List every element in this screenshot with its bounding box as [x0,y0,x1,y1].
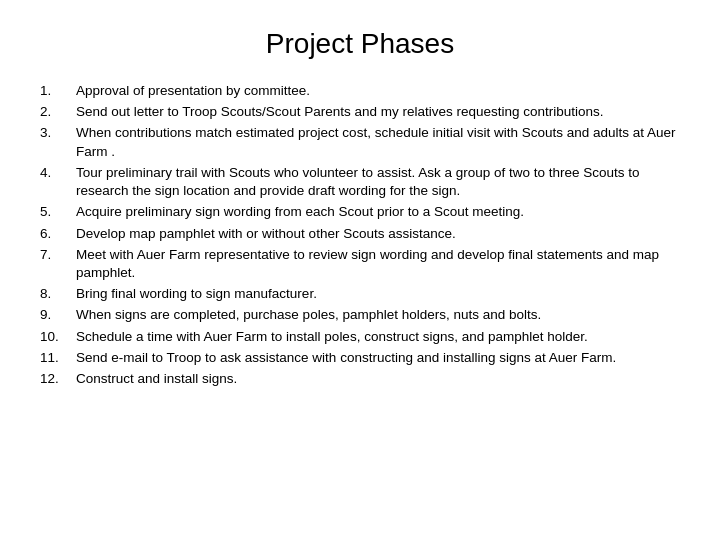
list-item: 5.Acquire preliminary sign wording from … [40,203,680,221]
list-item: 4.Tour preliminary trail with Scouts who… [40,164,680,200]
list-text: Bring final wording to sign manufacturer… [76,285,680,303]
list-number: 3. [40,124,76,160]
list-text: When contributions match estimated proje… [76,124,680,160]
list-item: 2.Send out letter to Troop Scouts/Scout … [40,103,680,121]
list-number: 4. [40,164,76,200]
list-number: 7. [40,246,76,282]
list-item: 6.Develop map pamphlet with or without o… [40,225,680,243]
list-number: 8. [40,285,76,303]
list-text: Acquire preliminary sign wording from ea… [76,203,680,221]
list-text: Develop map pamphlet with or without oth… [76,225,680,243]
list-text: When signs are completed, purchase poles… [76,306,680,324]
list-item: 10.Schedule a time with Auer Farm to ins… [40,328,680,346]
list-item: 1.Approval of presentation by committee. [40,82,680,100]
list-text: Meet with Auer Farm representative to re… [76,246,680,282]
list-text: Send out letter to Troop Scouts/Scout Pa… [76,103,680,121]
list-number: 2. [40,103,76,121]
list-item: 7.Meet with Auer Farm representative to … [40,246,680,282]
list-item: 12.Construct and install signs. [40,370,680,388]
list-number: 11. [40,349,76,367]
list-text: Schedule a time with Auer Farm to instal… [76,328,680,346]
list-text: Tour preliminary trail with Scouts who v… [76,164,680,200]
list-number: 1. [40,82,76,100]
page-title: Project Phases [40,28,680,60]
list-item: 8.Bring final wording to sign manufactur… [40,285,680,303]
list-number: 9. [40,306,76,324]
list-number: 5. [40,203,76,221]
list-number: 10. [40,328,76,346]
list-text: Approval of presentation by committee. [76,82,680,100]
list-item: 3.When contributions match estimated pro… [40,124,680,160]
list-text: Construct and install signs. [76,370,680,388]
list-item: 9.When signs are completed, purchase pol… [40,306,680,324]
list-text: Send e-mail to Troop to ask assistance w… [76,349,680,367]
page: Project Phases 1.Approval of presentatio… [0,0,720,540]
content-list: 1.Approval of presentation by committee.… [40,82,680,391]
list-number: 12. [40,370,76,388]
list-item: 11.Send e-mail to Troop to ask assistanc… [40,349,680,367]
list-number: 6. [40,225,76,243]
